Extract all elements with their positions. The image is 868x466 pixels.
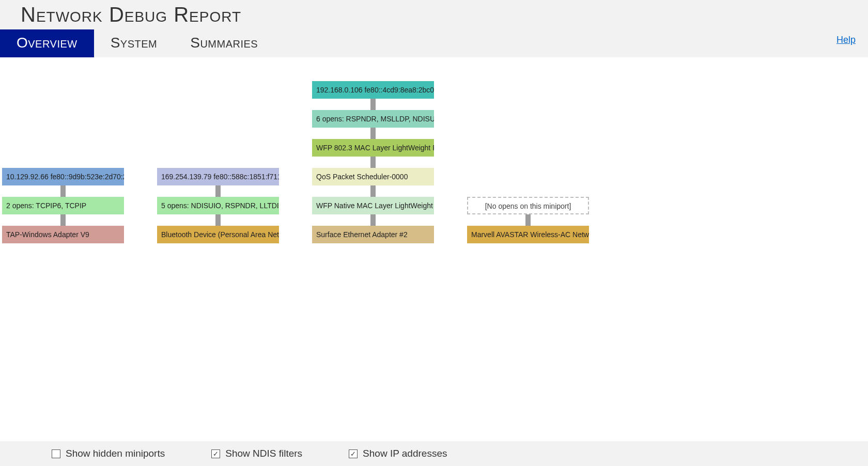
tabs-row: Overview System Summaries Help — [0, 29, 868, 57]
connector — [215, 214, 221, 226]
stack-node[interactable]: 2 opens: TCPIP6, TCPIP — [2, 197, 124, 214]
tab-summaries[interactable]: Summaries — [174, 29, 274, 57]
connector — [215, 185, 221, 197]
connector — [370, 157, 376, 168]
tab-overview[interactable]: Overview — [0, 29, 94, 57]
checkbox-icon — [52, 449, 60, 458]
option-label: Show IP addresses — [363, 448, 447, 459]
stack-node[interactable]: Marvell AVASTAR Wireless-AC Netw — [467, 226, 589, 243]
connector — [60, 185, 66, 197]
stack-node[interactable]: WFP 802.3 MAC Layer LightWeight Fi — [312, 139, 434, 157]
stack-node[interactable]: TAP-Windows Adapter V9 — [2, 226, 124, 243]
stack-node[interactable]: 192.168.0.106 fe80::4cd9:8ea8:2bc0:e — [312, 81, 434, 99]
page-title: Network Debug Report — [0, 3, 868, 29]
connector — [370, 99, 376, 110]
stack-node[interactable]: 6 opens: RSPNDR, MSLLDP, NDISUIO — [312, 110, 434, 128]
option-show-ndis-filters[interactable]: Show NDIS filters — [211, 448, 302, 459]
connector — [60, 214, 66, 226]
option-label: Show hidden miniports — [66, 448, 165, 459]
network-stack: 169.254.139.79 fe80::588c:1851:f711:5 op… — [157, 168, 279, 243]
stack-node[interactable]: Bluetooth Device (Personal Area Net — [157, 226, 279, 243]
tab-system[interactable]: System — [94, 29, 174, 57]
connector — [370, 214, 376, 226]
connector — [525, 214, 531, 226]
network-stack: 10.129.92.66 fe80::9d9b:523e:2d70:22 ope… — [2, 168, 124, 243]
option-show-ip-addresses[interactable]: Show IP addresses — [349, 448, 447, 459]
stack-node[interactable]: 5 opens: NDISUIO, RSPNDR, LLTDIO, — [157, 197, 279, 214]
checkbox-icon — [349, 449, 358, 458]
help-link[interactable]: Help — [836, 35, 856, 45]
option-label: Show NDIS filters — [225, 448, 302, 459]
stack-node[interactable]: 10.129.92.66 fe80::9d9b:523e:2d70:2 — [2, 168, 124, 185]
network-stack: [No opens on this miniport]Marvell AVAST… — [467, 197, 589, 243]
connector — [370, 185, 376, 197]
connector — [370, 128, 376, 139]
no-opens-placeholder: [No opens on this miniport] — [467, 197, 589, 214]
network-stack: 192.168.0.106 fe80::4cd9:8ea8:2bc0:e6 op… — [312, 81, 434, 243]
option-show-hidden-miniports[interactable]: Show hidden miniports — [52, 448, 165, 459]
stack-node[interactable]: Surface Ethernet Adapter #2 — [312, 226, 434, 243]
footer-bar: Show hidden miniports Show NDIS filters … — [0, 441, 868, 466]
diagram-area: 10.129.92.66 fe80::9d9b:523e:2d70:22 ope… — [0, 57, 868, 378]
checkbox-icon — [211, 449, 220, 458]
stack-node[interactable]: QoS Packet Scheduler-0000 — [312, 168, 434, 185]
header-bar: Network Debug Report Overview System Sum… — [0, 0, 868, 57]
stack-node[interactable]: 169.254.139.79 fe80::588c:1851:f711: — [157, 168, 279, 185]
stack-node[interactable]: WFP Native MAC Layer LightWeight — [312, 197, 434, 214]
